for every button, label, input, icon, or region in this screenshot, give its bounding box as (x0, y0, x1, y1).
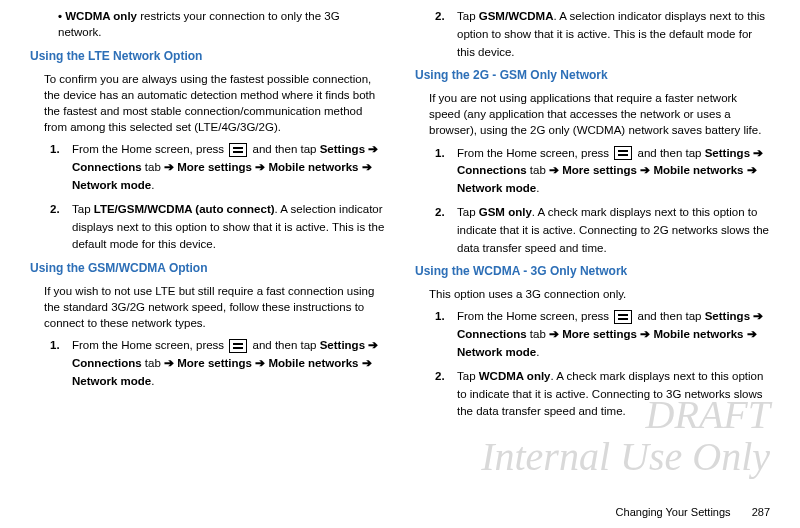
nav-mode: Network mode (457, 346, 536, 358)
arrow-icon: ➔ (753, 310, 763, 322)
gsmwcdma-step-1: 1. From the Home screen, press and then … (50, 337, 385, 390)
para-lte: To confirm you are always using the fast… (44, 71, 385, 135)
arrow-icon: ➔ (255, 161, 265, 173)
nav-settings: Settings (705, 310, 750, 322)
option-bold: LTE/GSM/WCDMA (auto connect) (94, 203, 275, 215)
step-text: and then tap (634, 310, 704, 322)
para-3g: This option uses a 3G connection only. (429, 286, 770, 302)
arrow-icon: ➔ (640, 164, 650, 176)
step-text: Tap (457, 206, 479, 218)
period: . (151, 375, 154, 387)
arrow-icon: ➔ (549, 328, 559, 340)
nav-mobile: Mobile networks (653, 328, 743, 340)
nav-more: More settings (562, 164, 637, 176)
period: . (536, 346, 539, 358)
step-number: 1. (435, 308, 457, 361)
gsm-step-1: 1. From the Home screen, press and then … (435, 145, 770, 198)
nav-more: More settings (562, 328, 637, 340)
step-number: 2. (435, 8, 457, 61)
nav-connections: Connections (72, 161, 142, 173)
option-bold: GSM/WCDMA (479, 10, 554, 22)
arrow-icon: ➔ (164, 357, 174, 369)
nav-tab: tab (527, 328, 549, 340)
arrow-icon: ➔ (753, 147, 763, 159)
arrow-icon: ➔ (368, 339, 378, 351)
heading-3g: Using the WCDMA - 3G Only Network (415, 263, 770, 280)
page-number: 287 (752, 506, 770, 518)
nav-connections: Connections (457, 328, 527, 340)
menu-icon (614, 146, 632, 160)
step-text: and then tap (249, 339, 319, 351)
arrow-icon: ➔ (362, 161, 372, 173)
period: . (536, 182, 539, 194)
step-number: 2. (435, 368, 457, 421)
page-footer: Changing Your Settings 287 (616, 505, 770, 520)
nav-mobile: Mobile networks (653, 164, 743, 176)
heading-2g: Using the 2G - GSM Only Network (415, 67, 770, 84)
nav-connections: Connections (72, 357, 142, 369)
wcdma-step-1: 1. From the Home screen, press and then … (435, 308, 770, 361)
nav-tab: tab (142, 161, 164, 173)
menu-icon (614, 310, 632, 324)
step-number: 2. (50, 201, 72, 254)
step-text: From the Home screen, press (72, 143, 227, 155)
watermark-line2: Internal Use Only (481, 436, 770, 478)
nav-settings: Settings (705, 147, 750, 159)
step-text: From the Home screen, press (457, 310, 612, 322)
para-gsmwcdma: If you wish to not use LTE but still req… (44, 283, 385, 331)
menu-icon (229, 143, 247, 157)
nav-mobile: Mobile networks (268, 357, 358, 369)
step-text: Tap (457, 10, 479, 22)
step-text: and then tap (249, 143, 319, 155)
footer-title: Changing Your Settings (616, 506, 731, 518)
nav-mode: Network mode (72, 179, 151, 191)
step-number: 1. (50, 141, 72, 194)
step-text: Tap (457, 370, 479, 382)
arrow-icon: ➔ (640, 328, 650, 340)
nav-tab: tab (527, 164, 549, 176)
heading-lte: Using the LTE Network Option (30, 48, 385, 65)
lte-step-1: 1. From the Home screen, press and then … (50, 141, 385, 194)
step-number: 1. (50, 337, 72, 390)
arrow-icon: ➔ (747, 164, 757, 176)
arrow-icon: ➔ (549, 164, 559, 176)
nav-mobile: Mobile networks (268, 161, 358, 173)
option-bold: WCDMA only (479, 370, 551, 382)
arrow-icon: ➔ (255, 357, 265, 369)
wcdma-only-bullet: • WCDMA only restricts your connection t… (58, 8, 385, 40)
nav-connections: Connections (457, 164, 527, 176)
step-text: From the Home screen, press (457, 147, 612, 159)
arrow-icon: ➔ (362, 357, 372, 369)
gsmwcdma-step-2: 2. Tap GSM/WCDMA. A selection indicator … (435, 8, 770, 61)
bullet-bold: • WCDMA only (58, 10, 137, 22)
nav-more: More settings (177, 161, 252, 173)
wcdma-step-2: 2. Tap WCDMA only. A check mark displays… (435, 368, 770, 421)
period: . (151, 179, 154, 191)
arrow-icon: ➔ (368, 143, 378, 155)
step-text: and then tap (634, 147, 704, 159)
nav-settings: Settings (320, 143, 365, 155)
arrow-icon: ➔ (164, 161, 174, 173)
nav-mode: Network mode (457, 182, 536, 194)
menu-icon (229, 339, 247, 353)
arrow-icon: ➔ (747, 328, 757, 340)
nav-more: More settings (177, 357, 252, 369)
heading-gsmwcdma: Using the GSM/WCDMA Option (30, 260, 385, 277)
option-bold: GSM only (479, 206, 532, 218)
nav-mode: Network mode (72, 375, 151, 387)
gsm-step-2: 2. Tap GSM only. A check mark displays n… (435, 204, 770, 257)
nav-tab: tab (142, 357, 164, 369)
step-number: 1. (435, 145, 457, 198)
step-text: Tap (72, 203, 94, 215)
step-text: From the Home screen, press (72, 339, 227, 351)
nav-settings: Settings (320, 339, 365, 351)
lte-step-2: 2. Tap LTE/GSM/WCDMA (auto connect). A s… (50, 201, 385, 254)
left-column: • WCDMA only restricts your connection t… (30, 8, 385, 427)
right-column: 2. Tap GSM/WCDMA. A selection indicator … (415, 8, 770, 427)
para-2g: If you are not using applications that r… (429, 90, 770, 138)
step-number: 2. (435, 204, 457, 257)
